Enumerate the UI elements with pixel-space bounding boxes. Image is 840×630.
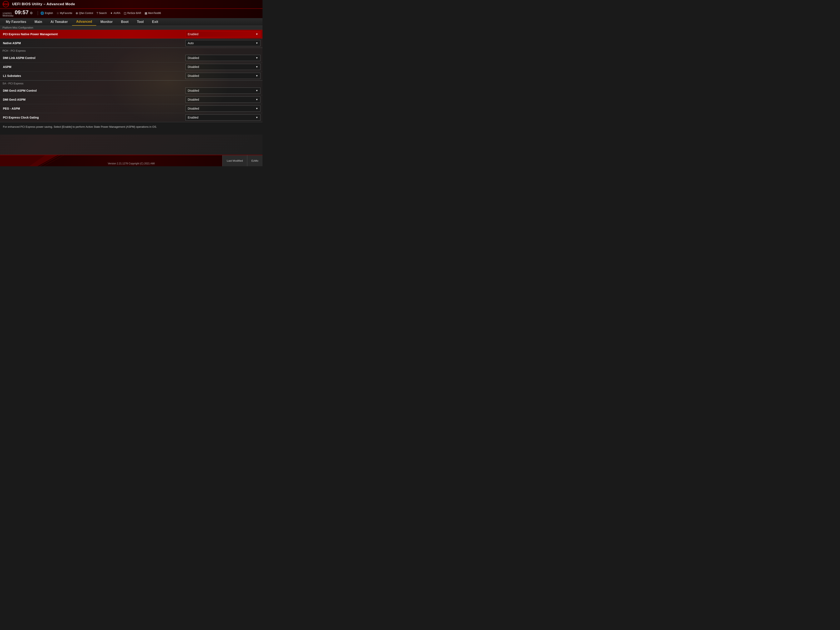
dropdown-dmi-gen3-aspm-control[interactable]: Disabled ▼ (185, 87, 261, 94)
control-native-aspm: Auto ▼ (183, 39, 262, 47)
toolbar-items: 🌐 English ☆ MyFavorite ⊕ Qfan Control ? … (40, 11, 260, 15)
ez-mode-button[interactable]: EzMo (247, 155, 262, 166)
setting-row-dmi-gen3-aspm-control: DMI Gen3 ASPM Control Disabled ▼ (0, 86, 262, 95)
toolbar-myfavorite[interactable]: ☆ MyFavorite (57, 11, 72, 15)
toolbar-resize-bar[interactable]: ◫ ReSize BAR (124, 11, 141, 15)
control-pci-express-clock-gating: Enabled ▼ (183, 113, 262, 122)
dropdown-native-aspm[interactable]: Auto ▼ (185, 40, 261, 46)
top-bar: ROG UEFI BIOS Utility – Advanced Mode (0, 0, 262, 9)
label-dmi-gen3-aspm: DMI Gen3 ASPM (0, 96, 183, 103)
control-aspm: Disabled ▼ (183, 63, 262, 71)
dropdown-aspm[interactable]: Disabled ▼ (185, 64, 261, 70)
section-header-sa-pci-express: SA - PCI Express (0, 81, 262, 86)
version-text: Version 2.21.1278 Copyright (C) 2021 AMI (108, 162, 155, 165)
tab-boot[interactable]: Boot (117, 18, 133, 25)
setting-row-l1-substates: L1 Substates Disabled ▼ (0, 71, 262, 81)
dropdown-value-dmi-link-aspm-control: Disabled (188, 56, 199, 60)
dropdown-pci-express-native-power[interactable]: Enabled ▼ (185, 31, 261, 37)
setting-row-dmi-gen3-aspm: DMI Gen3 ASPM Disabled ▼ (0, 95, 262, 104)
tab-main[interactable]: Main (30, 18, 46, 25)
control-dmi-link-aspm-control: Disabled ▼ (183, 54, 262, 62)
dropdown-arrow-dmi-gen3-aspm-control: ▼ (256, 89, 258, 92)
dropdown-peg-aspm[interactable]: Disabled ▼ (185, 106, 261, 112)
memtest-icon: ▦ (145, 11, 147, 15)
setting-row-pci-express-clock-gating: PCI Express Clock Gating Enabled ▼ (0, 113, 262, 122)
setting-row-pci-express-native-power: PCI Express Native Power Management Enab… (0, 30, 262, 39)
control-dmi-gen3-aspm-control: Disabled ▼ (183, 86, 262, 95)
date-display: 1/18/2021 Wednesday (3, 12, 14, 17)
dropdown-arrow-dmi-gen3-aspm: ▼ (256, 98, 258, 101)
favorite-icon: ☆ (57, 11, 59, 15)
label-pci-express-clock-gating: PCI Express Clock Gating (0, 114, 183, 121)
dropdown-value-dmi-gen3-aspm-control: Disabled (188, 89, 199, 92)
label-dmi-gen3-aspm-control: DMI Gen3 ASPM Control (0, 87, 183, 95)
globe-icon: 🌐 (40, 11, 44, 15)
svg-text:ROG: ROG (3, 3, 8, 6)
tab-exit[interactable]: Exit (148, 18, 162, 25)
bottom-bar: Version 2.21.1278 Copyright (C) 2021 AMI… (0, 155, 262, 166)
toolbar-qfan[interactable]: ⊕ Qfan Control (76, 11, 93, 15)
setting-row-aspm: ASPM Disabled ▼ (0, 63, 262, 71)
dropdown-l1-substates[interactable]: Disabled ▼ (185, 73, 261, 79)
setting-row-native-aspm: Native ASPM Auto ▼ (0, 39, 262, 48)
settings-icon[interactable]: ⚙ (30, 11, 33, 15)
tab-ai-tweaker[interactable]: Ai Tweaker (46, 18, 72, 25)
rog-logo: ROG (3, 1, 9, 8)
breadcrumb: Platform Misc Configuration (0, 26, 262, 30)
dropdown-pci-express-clock-gating[interactable]: Enabled ▼ (185, 114, 261, 121)
dropdown-value-l1-substates: Disabled (188, 74, 199, 77)
nav-tabs: My Favorites Main Ai Tweaker Advanced Mo… (0, 18, 262, 26)
help-text: For enhanced PCI Express power saving. S… (0, 122, 262, 134)
label-pci-express-native-power: PCI Express Native Power Management (0, 30, 183, 38)
resize-bar-icon: ◫ (124, 11, 126, 15)
search-icon: ? (96, 11, 98, 15)
dropdown-arrow-pci-express-clock-gating: ▼ (256, 116, 258, 119)
toolbar-aura[interactable]: ✦ AURA (110, 11, 120, 15)
toolbar-divider (38, 11, 38, 15)
control-peg-aspm: Disabled ▼ (183, 104, 262, 113)
tab-monitor[interactable]: Monitor (96, 18, 117, 25)
label-peg-aspm: PEG - ASPM (0, 105, 183, 112)
time-display: 09:57 (15, 9, 29, 16)
main-content: PCI Express Native Power Management Enab… (0, 30, 262, 155)
dropdown-dmi-link-aspm-control[interactable]: Disabled ▼ (185, 55, 261, 61)
label-native-aspm: Native ASPM (0, 39, 183, 47)
toolbar-row: 1/18/2021 Wednesday 09:57 ⚙ 🌐 English ☆ … (0, 9, 262, 18)
toolbar-search[interactable]: ? Search (96, 11, 107, 15)
dropdown-value-aspm: Disabled (188, 65, 199, 68)
tab-tool[interactable]: Tool (133, 18, 148, 25)
setting-row-peg-aspm: PEG - ASPM Disabled ▼ (0, 104, 262, 113)
toolbar-memtest[interactable]: ▦ MemTest86 (145, 11, 161, 15)
section-header-pch-pci-express: PCH - PCI Express (0, 48, 262, 54)
toolbar-english[interactable]: 🌐 English (40, 11, 53, 15)
bottom-decoration (0, 155, 104, 166)
bios-title: UEFI BIOS Utility – Advanced Mode (12, 2, 75, 6)
dropdown-value-pci-express-native-power: Enabled (188, 33, 198, 36)
aura-icon: ✦ (110, 11, 113, 15)
dropdown-arrow-aspm: ▼ (256, 65, 258, 68)
label-dmi-link-aspm-control: DMI Link ASPM Control (0, 54, 183, 62)
dropdown-value-peg-aspm: Disabled (188, 107, 199, 110)
dropdown-value-pci-express-clock-gating: Enabled (188, 116, 198, 119)
tab-my-favorites[interactable]: My Favorites (2, 18, 30, 25)
last-modified-button[interactable]: Last Modified (222, 155, 247, 166)
bottom-right-buttons: Last Modified EzMo (222, 155, 262, 166)
dropdown-arrow-l1-substates: ▼ (256, 74, 258, 77)
dropdown-arrow-dmi-link-aspm-control: ▼ (256, 57, 258, 59)
dropdown-value-dmi-gen3-aspm: Disabled (188, 98, 199, 101)
control-dmi-gen3-aspm: Disabled ▼ (183, 95, 262, 104)
label-l1-substates: L1 Substates (0, 72, 183, 80)
tab-advanced[interactable]: Advanced (72, 18, 96, 25)
datetime: 1/18/2021 Wednesday 09:57 ⚙ (3, 9, 33, 17)
dropdown-value-native-aspm: Auto (188, 41, 194, 45)
dropdown-arrow-native-aspm: ▼ (256, 42, 258, 44)
dropdown-arrow-pci-express-native-power: ▼ (256, 33, 258, 36)
dropdown-dmi-gen3-aspm[interactable]: Disabled ▼ (185, 96, 261, 103)
fan-icon: ⊕ (76, 11, 78, 15)
control-l1-substates: Disabled ▼ (183, 71, 262, 80)
control-pci-express-native-power: Enabled ▼ (183, 30, 262, 38)
dropdown-arrow-peg-aspm: ▼ (256, 107, 258, 110)
label-aspm: ASPM (0, 63, 183, 71)
setting-row-dmi-link-aspm-control: DMI Link ASPM Control Disabled ▼ (0, 54, 262, 63)
